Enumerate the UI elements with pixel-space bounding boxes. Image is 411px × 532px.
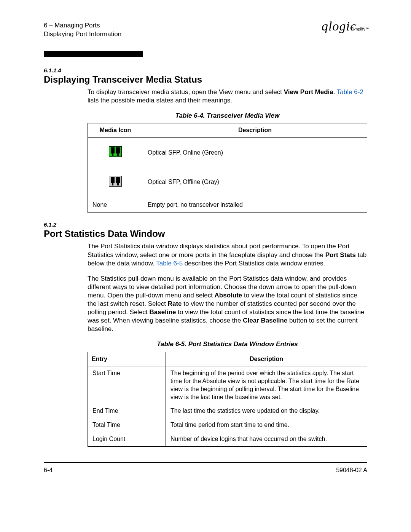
table-row: Login Count Number of device logins that… <box>88 432 367 446</box>
section-title: Port Statistics Data Window <box>44 228 367 239</box>
table-row: End Time The last time the statistics we… <box>88 404 367 418</box>
cell-entry: Start Time <box>88 366 166 404</box>
table-row: None Empty port, no transceiver installe… <box>88 197 367 213</box>
page: 6 – Managing Ports Displaying Port Infor… <box>0 0 411 489</box>
header-black-bar <box>44 51 143 57</box>
cell-description: Number of device logins that have occurr… <box>166 432 367 446</box>
page-header: 6 – Managing Ports Displaying Port Infor… <box>44 21 367 48</box>
cell-media-icon: None <box>88 197 143 213</box>
paragraph: The Port Statistics data window displays… <box>88 242 367 267</box>
sfp-offline-icon <box>109 176 122 187</box>
logo-tagline: Simplify™ <box>350 27 370 31</box>
table-row: Optical SFP, Online (Green) <box>88 138 367 168</box>
section-body: The Port Statistics data window displays… <box>88 242 367 446</box>
header-left: 6 – Managing Ports Displaying Port Infor… <box>44 21 121 39</box>
footer-rule <box>44 462 367 463</box>
table-row: Optical SFP, Offline (Gray) <box>88 168 367 197</box>
cell-entry: Login Count <box>88 432 166 446</box>
page-number: 6-4 <box>44 467 53 474</box>
cell-entry: End Time <box>88 404 166 418</box>
xref-link[interactable]: Table 6-2 <box>337 88 363 96</box>
section-number: 6.1.1.4 <box>44 67 367 73</box>
header-sub-line: Displaying Port Information <box>44 30 121 39</box>
paragraph: The Statistics pull-down menu is availab… <box>88 275 367 334</box>
cell-description: The beginning of the period over which t… <box>166 366 367 404</box>
paragraph: To display transceiver media status, ope… <box>88 88 367 105</box>
cell-description: Optical SFP, Online (Green) <box>143 138 367 168</box>
cell-description: Optical SFP, Offline (Gray) <box>143 168 367 197</box>
chapter-line: 6 – Managing Ports <box>44 21 121 30</box>
table-row: Start Time The beginning of the period o… <box>88 366 367 404</box>
th-description: Description <box>166 352 367 366</box>
th-entry: Entry <box>88 352 166 366</box>
xref-link[interactable]: Table 6-5 <box>156 260 183 267</box>
transceiver-media-table: Media Icon Description Optical SFP, Onli… <box>88 123 367 213</box>
document-id: 59048-02 A <box>336 467 367 474</box>
cell-description: Total time period from start time to end… <box>166 418 367 432</box>
cell-description: Empty port, no transceiver installed <box>143 197 367 213</box>
section-title: Displaying Transceiver Media Status <box>44 74 367 85</box>
sfp-online-icon <box>109 146 122 157</box>
page-footer: 6-4 59048-02 A <box>44 467 367 474</box>
section-body: To display transceiver media status, ope… <box>88 88 367 213</box>
table-caption: Table 6-4. Transceiver Media View <box>88 112 367 120</box>
brand-logo: qlogic Simplify™ <box>322 19 367 34</box>
th-media-icon: Media Icon <box>88 123 143 138</box>
table-row: Total Time Total time period from start … <box>88 418 367 432</box>
port-statistics-table: Entry Description Start Time The beginni… <box>88 352 367 447</box>
table-caption: Table 6-5. Port Statistics Data Window E… <box>88 340 367 348</box>
th-description: Description <box>143 123 367 138</box>
cell-description: The last time the statistics were update… <box>166 404 367 418</box>
section-number: 6.1.2 <box>44 221 367 228</box>
cell-entry: Total Time <box>88 418 166 432</box>
